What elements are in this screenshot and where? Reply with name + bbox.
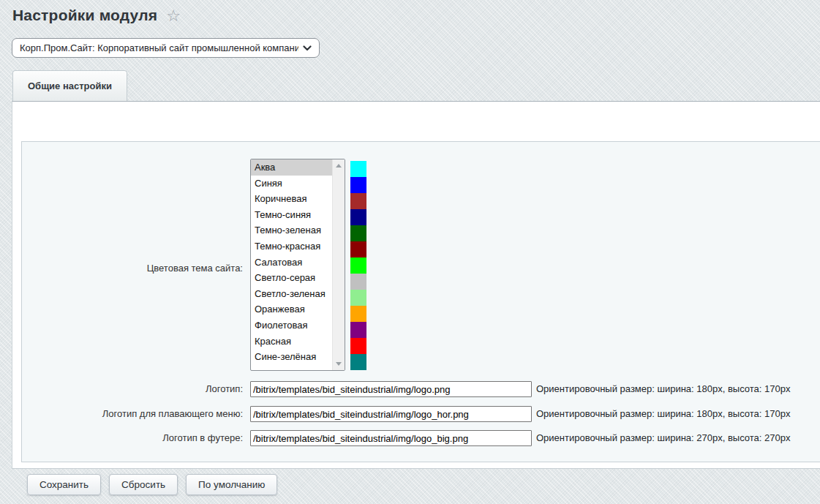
theme-swatch-1: [350, 177, 366, 193]
page-title-text: Настройки модуля: [12, 7, 157, 24]
settings-content: Цветовая тема сайта: АкваСиняяКоричневая…: [12, 101, 820, 469]
theme-swatch-2: [350, 193, 366, 209]
logo-size-hint: Ориентировочный размер: ширина: 180px, в…: [536, 383, 790, 395]
theme-swatch-8: [350, 290, 366, 306]
settings-form-panel: Цветовая тема сайта: АкваСиняяКоричневая…: [21, 141, 820, 462]
page-title: Настройки модуля ☆: [12, 7, 181, 24]
default-button[interactable]: По умолчанию: [186, 474, 277, 495]
theme-option-3[interactable]: Темно-синяя: [251, 207, 332, 223]
theme-option-0[interactable]: Аква: [251, 159, 332, 176]
theme-swatch-11: [350, 338, 366, 354]
theme-swatch-5: [350, 241, 366, 257]
theme-listbox-scrollbar[interactable]: [332, 159, 345, 370]
logo-floating-menu-size-hint: Ориентировочный размер: ширина: 180px, в…: [536, 408, 790, 420]
logo-floating-menu-label: Логотип для плавающего меню:: [22, 408, 243, 420]
theme-label: Цветовая тема сайта:: [22, 263, 243, 274]
theme-option-2[interactable]: Коричневая: [251, 191, 332, 207]
theme-option-7[interactable]: Светло-серая: [251, 270, 332, 286]
theme-option-8[interactable]: Светло-зеленая: [251, 286, 332, 302]
logo-footer-label: Логотип в футере:: [22, 432, 243, 444]
scroll-down-icon[interactable]: [333, 358, 345, 370]
theme-option-9[interactable]: Оранжевая: [251, 301, 332, 317]
logo-floating-menu-input[interactable]: [250, 406, 532, 422]
theme-option-5[interactable]: Темно-красная: [251, 238, 332, 255]
logo-input[interactable]: [250, 381, 532, 397]
theme-option-1[interactable]: Синяя: [251, 176, 332, 192]
module-select[interactable]: Корп.Пром.Сайт: Корпоративный сайт промы…: [12, 38, 320, 58]
theme-swatch-7: [350, 274, 366, 290]
logo-footer-input[interactable]: [250, 430, 532, 446]
theme-option-4[interactable]: Темно-зеленая: [251, 222, 332, 238]
theme-option-6[interactable]: Салатовая: [251, 255, 332, 271]
theme-option-12[interactable]: Сине-зелёная: [251, 349, 332, 365]
scroll-up-icon[interactable]: [333, 159, 345, 172]
theme-swatch-10: [350, 322, 366, 338]
logo-footer-size-hint: Ориентировочный размер: ширина: 270px, в…: [536, 432, 790, 444]
module-settings-page: Настройки модуля ☆ Корп.Пром.Сайт: Корпо…: [0, 0, 820, 504]
theme-swatch-4: [350, 225, 366, 241]
theme-swatches: [350, 161, 366, 370]
tab-general-settings[interactable]: Общие настройки: [12, 70, 127, 101]
theme-swatch-12: [350, 354, 366, 370]
favorite-star-icon[interactable]: ☆: [166, 8, 181, 24]
theme-swatch-3: [350, 209, 366, 225]
theme-option-10[interactable]: Фиолетовая: [251, 317, 332, 334]
chevron-down-icon: [303, 45, 312, 51]
theme-listbox-items: АкваСиняяКоричневаяТемно-синяяТемно-зеле…: [251, 159, 332, 370]
theme-swatch-9: [350, 306, 366, 322]
theme-option-11[interactable]: Красная: [251, 334, 332, 350]
theme-swatch-0: [350, 161, 366, 177]
footer-button-bar: Сохранить Сбросить По умолчанию: [27, 474, 277, 495]
theme-listbox[interactable]: АкваСиняяКоричневаяТемно-синяяТемно-зеле…: [250, 159, 345, 371]
reset-button[interactable]: Сбросить: [109, 474, 178, 495]
save-button[interactable]: Сохранить: [27, 474, 101, 495]
tab-general-settings-label: Общие настройки: [28, 80, 112, 91]
module-select-value: Корп.Пром.Сайт: Корпоративный сайт промы…: [20, 42, 298, 53]
logo-label: Логотип:: [22, 383, 243, 395]
theme-swatch-6: [350, 257, 366, 274]
